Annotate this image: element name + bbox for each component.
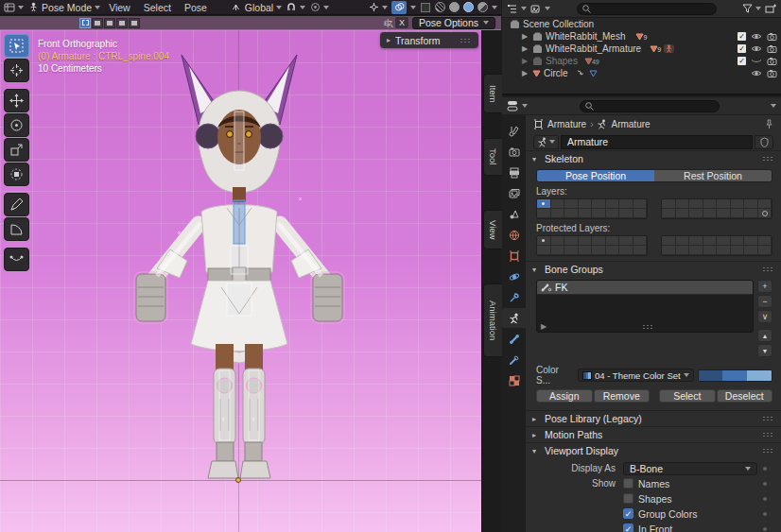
menu-view[interactable]: View: [104, 2, 135, 13]
layer-cell[interactable]: [606, 236, 620, 246]
layer-cell[interactable]: [564, 199, 579, 209]
exclude-checkbox[interactable]: ✓: [738, 44, 746, 53]
chevron-down-icon[interactable]: [771, 104, 776, 108]
layer-cell[interactable]: [592, 236, 606, 246]
tab-item[interactable]: Item: [483, 74, 502, 113]
layer-cell[interactable]: [758, 199, 772, 209]
layer-cell[interactable]: [537, 209, 551, 218]
hide-eye-icon[interactable]: [751, 44, 762, 53]
overlays-toggle[interactable]: [391, 1, 407, 14]
layer-cell[interactable]: [592, 199, 606, 209]
tool-scale[interactable]: [4, 138, 29, 162]
chevron-down-icon[interactable]: [410, 6, 416, 9]
outliner-row-circle[interactable]: ▶ Circle: [502, 67, 781, 79]
layer-cell[interactable]: [619, 209, 633, 218]
layer-cell[interactable]: [619, 246, 633, 255]
layer-cell[interactable]: [592, 209, 606, 218]
layer-cell[interactable]: [579, 209, 593, 218]
tool-pose-breakdowner[interactable]: [4, 248, 29, 271]
outliner-row-whiterabbit-mesh[interactable]: ▶ WhiteRabbit_Mesh 9 ✓: [502, 30, 781, 43]
layer-cell[interactable]: [662, 209, 676, 218]
bone-group-specials-button[interactable]: ∨: [757, 310, 772, 323]
hidden-eye-closed-icon[interactable]: [751, 57, 762, 65]
viewport-3d[interactable]: x x x Y Y Front Orthographic (0) Armatur…: [0, 30, 481, 532]
tab-scene-properties[interactable]: [502, 204, 526, 224]
decorator-dot[interactable]: [757, 497, 772, 501]
tab-view[interactable]: View: [483, 210, 502, 249]
layer-cell[interactable]: [744, 246, 758, 255]
menu-select[interactable]: Select: [139, 2, 176, 13]
tab-object-constraint-properties[interactable]: [502, 287, 526, 307]
names-checkbox[interactable]: [623, 478, 633, 489]
fake-user-button[interactable]: [755, 135, 773, 149]
in-front-checkbox[interactable]: ✓: [623, 523, 633, 532]
color-set-dropdown[interactable]: 04 - Theme Color Set: [578, 369, 694, 382]
disable-render-camera-icon[interactable]: [767, 57, 777, 65]
layer-cell[interactable]: [633, 209, 648, 218]
layer-cell[interactable]: [744, 236, 758, 246]
layer-cell[interactable]: [731, 209, 745, 218]
pin-icon[interactable]: [764, 119, 773, 129]
layer-cell[interactable]: [633, 236, 648, 246]
transform-orientation-select[interactable]: Global: [231, 2, 282, 13]
layer-cell[interactable]: [758, 246, 772, 255]
add-bone-group-button[interactable]: +: [757, 280, 772, 293]
exclude-checkbox[interactable]: ✓: [738, 57, 746, 65]
layer-cell[interactable]: [717, 209, 731, 218]
layer-cell[interactable]: [717, 236, 731, 246]
breadcrumb-data[interactable]: Armature: [611, 119, 650, 129]
move-group-down-button[interactable]: ▼: [757, 344, 772, 357]
xray-toggle[interactable]: [420, 2, 431, 13]
layer-cell[interactable]: [676, 209, 690, 218]
tab-render-properties[interactable]: [502, 142, 526, 162]
outliner-id-filter[interactable]: [530, 4, 550, 14]
shading-rendered-button[interactable]: [477, 2, 488, 12]
shading-solid-button[interactable]: [449, 2, 460, 12]
layer-cell[interactable]: [744, 209, 758, 218]
tab-view-layer-properties[interactable]: [502, 183, 526, 203]
layer-cell[interactable]: [703, 209, 718, 218]
chevron-down-icon[interactable]: [492, 6, 497, 9]
layer-cell[interactable]: [606, 199, 620, 209]
layer-cell[interactable]: [676, 246, 690, 255]
properties-search[interactable]: [580, 100, 720, 112]
layer-cell[interactable]: [592, 246, 606, 255]
layer-cell[interactable]: [537, 236, 551, 246]
tool-transform[interactable]: [4, 163, 29, 186]
move-group-up-button[interactable]: ▲: [757, 329, 772, 342]
outliner-search[interactable]: [577, 3, 717, 15]
disable-render-camera-icon[interactable]: [767, 69, 777, 77]
tab-output-properties[interactable]: [502, 163, 526, 182]
select-mode-invert[interactable]: [116, 18, 128, 28]
layer-cell[interactable]: [689, 209, 703, 218]
tab-bone-constraint-properties[interactable]: [502, 350, 526, 369]
tab-object-data-properties[interactable]: [502, 308, 526, 328]
layer-cell[interactable]: [537, 246, 551, 255]
expand-icon[interactable]: ▶: [522, 57, 529, 65]
hide-eye-icon[interactable]: [751, 32, 762, 41]
tool-select-box[interactable]: [4, 34, 29, 58]
layer-cell[interactable]: [731, 246, 745, 255]
layer-cell[interactable]: [551, 199, 565, 209]
expand-icon[interactable]: ▶: [522, 32, 529, 41]
snap-toggle[interactable]: [286, 2, 305, 13]
tab-animation[interactable]: Animation: [483, 283, 502, 357]
layer-cell[interactable]: [689, 199, 703, 209]
list-expand-icon[interactable]: ▶: [541, 322, 547, 331]
layer-cell[interactable]: [551, 246, 565, 255]
layer-cell[interactable]: [744, 199, 758, 209]
layer-cell[interactable]: [662, 199, 676, 209]
select-mode-set[interactable]: [79, 18, 91, 28]
tab-tool[interactable]: Tool: [483, 138, 502, 176]
tool-cursor[interactable]: [4, 59, 29, 82]
layer-cell[interactable]: [717, 199, 731, 209]
expand-icon[interactable]: ▶: [522, 69, 529, 77]
decorator-dot[interactable]: [757, 512, 772, 516]
tool-measure[interactable]: [4, 217, 29, 241]
layer-cell[interactable]: [606, 209, 620, 218]
layer-cell[interactable]: [537, 199, 551, 209]
properties-editor-type[interactable]: [507, 100, 528, 112]
tool-move[interactable]: [4, 89, 29, 112]
layer-cell[interactable]: [676, 199, 690, 209]
outliner-display-mode[interactable]: [507, 4, 527, 14]
